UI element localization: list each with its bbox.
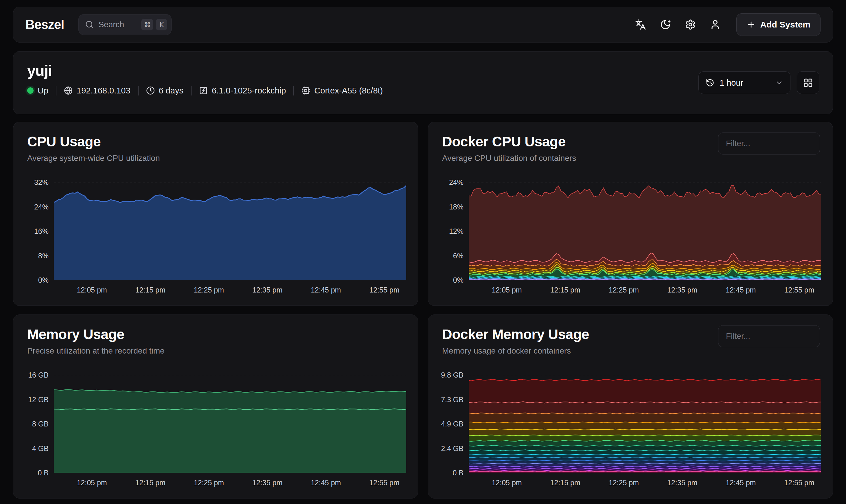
header-actions (635, 19, 721, 30)
chart-container: 0%6%12%18%24% 12:05 pm12:15 pm12:25 pm12… (442, 182, 821, 298)
chart-plot (469, 182, 821, 280)
top-navigation-bar: Beszel Search ⌘ K Add System (13, 7, 833, 42)
x-tick-label: 12:45 pm (726, 286, 756, 294)
chart-plot (54, 182, 406, 280)
docker-memory-usage-card: Docker Memory Usage Memory usage of dock… (428, 314, 833, 499)
x-tick-label: 12:55 pm (369, 286, 399, 294)
x-tick-label: 12:55 pm (784, 479, 814, 487)
container-filter-input[interactable] (718, 132, 820, 155)
chart-container: 0 B2.4 GB4.9 GB7.3 GB9.8 GB 12:05 pm12:1… (442, 375, 821, 490)
x-tick-label: 12:05 pm (491, 286, 522, 294)
x-tick-label: 12:35 pm (667, 479, 697, 487)
layout-grid-icon (803, 78, 813, 88)
x-tick-label: 12:45 pm (311, 479, 341, 487)
moon-star-icon[interactable] (660, 19, 671, 30)
search-input[interactable]: Search ⌘ K (78, 14, 172, 35)
x-tick-label: 12:55 pm (784, 286, 814, 294)
y-tick-label: 24% (449, 178, 464, 186)
chart-container: 0 B4 GB8 GB12 GB16 GB 12:05 pm12:15 pm12… (27, 375, 406, 490)
uptime-group: 6 days (146, 86, 183, 95)
chart-container: 0%8%16%24%32% 12:05 pm12:15 pm12:25 pm12… (27, 182, 406, 298)
x-tick-label: 12:55 pm (369, 479, 399, 487)
time-range-select[interactable]: 1 hour (699, 71, 790, 94)
status-group: Up (27, 86, 48, 95)
y-tick-label: 0 B (38, 469, 49, 477)
ip-group: 192.168.0.103 (64, 86, 130, 95)
clock-icon (146, 86, 155, 95)
y-tick-label: 24% (34, 202, 49, 211)
memory-usage-card: Memory Usage Precise utilization at the … (13, 314, 418, 499)
y-tick-label: 12% (449, 227, 464, 235)
x-axis: 12:05 pm12:15 pm12:25 pm12:35 pm12:45 pm… (54, 479, 406, 490)
search-placeholder: Search (98, 20, 124, 29)
user-icon[interactable] (710, 19, 721, 30)
y-tick-label: 16% (34, 227, 49, 235)
y-tick-label: 16 GB (28, 371, 49, 379)
x-tick-label: 12:25 pm (609, 286, 639, 294)
chart-title: CPU Usage (27, 134, 405, 149)
uptime-value: 6 days (159, 86, 183, 95)
history-icon (706, 78, 714, 87)
kbd-k: K (156, 19, 167, 30)
system-controls: 1 hour (699, 71, 820, 94)
x-axis: 12:05 pm12:15 pm12:25 pm12:35 pm12:45 pm… (54, 286, 406, 298)
x-axis: 12:05 pm12:15 pm12:25 pm12:35 pm12:45 pm… (469, 479, 821, 490)
x-tick-label: 12:35 pm (667, 286, 697, 294)
add-system-button[interactable]: Add System (736, 13, 821, 36)
x-tick-label: 12:05 pm (77, 286, 107, 294)
divider (56, 86, 56, 95)
x-tick-label: 12:25 pm (609, 479, 639, 487)
kernel-icon (199, 86, 208, 95)
y-tick-label: 8% (38, 251, 49, 260)
kernel-version: 6.1.0-1025-rockchip (212, 86, 286, 95)
gear-icon[interactable] (685, 19, 696, 30)
charts-grid: CPU Usage Average system-wide CPU utiliz… (13, 122, 833, 499)
y-tick-label: 18% (449, 202, 464, 211)
layout-toggle-button[interactable] (797, 71, 820, 94)
x-tick-label: 12:25 pm (194, 479, 224, 487)
cpu-usage-card: CPU Usage Average system-wide CPU utiliz… (13, 122, 418, 306)
status-label: Up (38, 86, 48, 95)
y-tick-label: 9.8 GB (441, 371, 464, 379)
y-tick-label: 8 GB (32, 420, 49, 428)
docker-cpu-usage-card: Docker CPU Usage Average CPU utilization… (428, 122, 833, 306)
y-tick-label: 12 GB (28, 395, 49, 403)
container-filter-input[interactable] (718, 325, 820, 347)
y-axis: 0 B2.4 GB4.9 GB7.3 GB9.8 GB (442, 375, 469, 473)
divider (191, 86, 192, 95)
x-tick-label: 12:45 pm (311, 286, 341, 294)
chart-plot (469, 375, 821, 473)
x-tick-label: 12:05 pm (491, 479, 522, 487)
chart-canvas (54, 375, 406, 473)
app-logo[interactable]: Beszel (25, 17, 64, 32)
y-tick-label: 0 B (452, 469, 464, 477)
x-tick-label: 12:15 pm (136, 286, 165, 294)
cpu-icon (302, 86, 310, 95)
y-tick-label: 4 GB (32, 444, 49, 452)
chart-plot (54, 375, 406, 473)
plus-icon (746, 20, 756, 29)
chart-canvas (469, 375, 821, 473)
add-system-label: Add System (760, 20, 810, 30)
time-range-value: 1 hour (720, 78, 743, 88)
cpu-model-group: Cortex-A55 (8c/8t) (302, 86, 383, 95)
divider (138, 86, 139, 95)
system-summary-card: yuji Up 192.168.0.103 6 days 6.1.0-1025-… (13, 51, 833, 114)
chart-canvas (54, 182, 406, 280)
x-tick-label: 12:15 pm (550, 479, 580, 487)
chart-subtitle: Average CPU utilization of containers (442, 154, 820, 163)
y-axis: 0%8%16%24%32% (27, 182, 54, 280)
x-tick-label: 12:25 pm (194, 286, 224, 294)
y-tick-label: 32% (34, 178, 49, 186)
y-tick-label: 2.4 GB (441, 444, 464, 452)
x-tick-label: 12:15 pm (136, 479, 165, 487)
cpu-model: Cortex-A55 (8c/8t) (314, 86, 383, 95)
y-tick-label: 6% (453, 251, 464, 260)
languages-icon[interactable] (635, 19, 646, 30)
y-tick-label: 0% (453, 276, 464, 284)
status-dot (27, 87, 34, 94)
y-axis: 0%6%12%18%24% (442, 182, 469, 280)
chart-subtitle: Average system-wide CPU utilization (27, 154, 405, 163)
search-shortcut: ⌘ K (141, 19, 167, 30)
chart-canvas (469, 182, 821, 280)
